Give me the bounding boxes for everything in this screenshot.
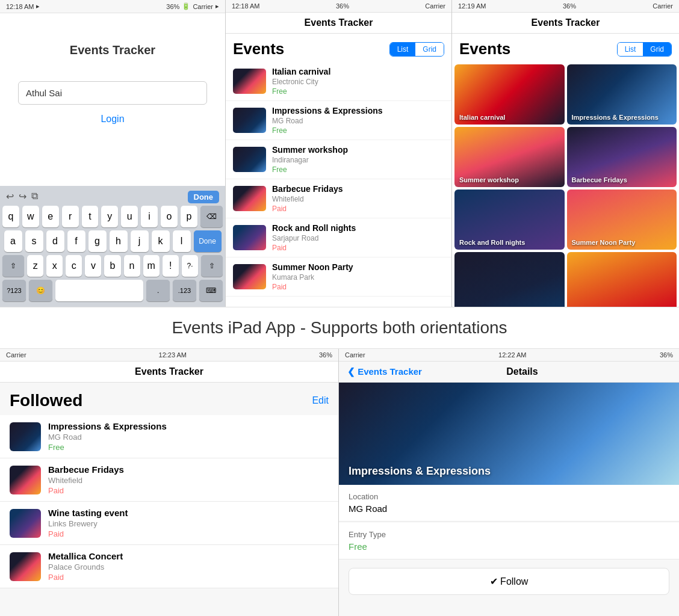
grid-cell-3[interactable]: Barbecue Fridays [567, 127, 677, 187]
followed-item-2[interactable]: Wine tasting event Links Brewery Paid [0, 502, 338, 545]
redo-icon[interactable]: ↪ [19, 191, 26, 203]
grid-cell-5[interactable]: Summer Noon Party [567, 189, 677, 250]
key-e[interactable]: e [42, 206, 59, 227]
followed-venue-1: Whitefield [48, 476, 329, 485]
grid-cell-label-5: Summer Noon Party [572, 239, 636, 246]
grid-cell-4[interactable]: Rock and Roll nights [454, 189, 565, 250]
key-i[interactable]: i [141, 206, 158, 227]
back-button[interactable]: ❮ Events Tracker [347, 366, 422, 377]
key-y[interactable]: y [101, 206, 118, 227]
key-numbers-right[interactable]: .123 [173, 280, 196, 301]
event-item-1[interactable]: Impressions & Expressions MG Road Free [226, 101, 451, 140]
key-q[interactable]: q [2, 206, 19, 227]
grid-cell-7[interactable] [567, 252, 677, 307]
event-name-3: Barbecue Fridays [272, 184, 444, 194]
key-b[interactable]: b [104, 255, 120, 277]
key-numbers[interactable]: ?123 [2, 280, 26, 301]
status-bar-bottom-left: Carrier 12:23 AM 36% [0, 349, 338, 362]
edit-button[interactable]: Edit [312, 395, 329, 406]
key-r[interactable]: r [62, 206, 79, 227]
key-k[interactable]: k [152, 230, 170, 252]
key-v[interactable]: v [85, 255, 101, 277]
key-x[interactable]: x [46, 255, 63, 277]
key-o[interactable]: o [161, 206, 178, 227]
event-info-1: Impressions & Expressions MG Road Free [272, 106, 444, 135]
key-h[interactable]: h [110, 230, 128, 252]
key-w[interactable]: w [22, 206, 39, 227]
event-thumb-4 [233, 225, 266, 250]
key-m[interactable]: m [143, 255, 160, 277]
details-nav-title: Details [506, 366, 538, 377]
grid-cell-1[interactable]: Impressions & Expressions [567, 64, 677, 125]
key-g[interactable]: g [88, 230, 107, 252]
key-return[interactable]: Done [194, 230, 222, 252]
key-shift-right[interactable]: ⇧ [201, 255, 223, 277]
login-app-title: Events Tracker [0, 43, 225, 57]
followed-venue-2: Links Brewery [48, 519, 329, 528]
undo-icon[interactable]: ↩ [6, 191, 14, 203]
location-row: Location MG Road [339, 485, 679, 522]
key-f[interactable]: f [67, 230, 85, 252]
follow-btn-container: ✔ Follow [339, 561, 679, 602]
grid-cell-0[interactable]: Italian carnival [454, 64, 565, 125]
key-a[interactable]: a [4, 230, 22, 252]
carrier-middle: Carrier [425, 2, 445, 10]
ipad-details: Carrier 12:22 AM 36% ❮ Events Tracker De… [339, 349, 679, 616]
time-left: 12:18 AM [6, 3, 34, 10]
ipad-login-screen: 12:18 AM ▸ 36% 🔋 Carrier ▸ Events Tracke… [0, 0, 226, 307]
followed-item-3[interactable]: Metallica Concert Palace Grounds Paid [0, 545, 338, 588]
grid-cell-label-2: Summer workshop [459, 176, 519, 183]
key-d[interactable]: d [46, 230, 64, 252]
grid-cell-2[interactable]: Summer workshop [454, 127, 565, 187]
grid-cell-label-3: Barbecue Fridays [572, 176, 627, 183]
list-view-button-grid[interactable]: List [618, 43, 643, 56]
details-hero-label: Impressions & Expressions [349, 465, 491, 478]
keyboard-done-button[interactable]: Done [188, 191, 220, 203]
event-venue-3: Whitefield [272, 195, 444, 203]
keyboard-row-2: a s d f g h j k l Done [2, 230, 223, 252]
followed-thumb-3 [10, 552, 41, 581]
key-backspace[interactable]: ⌫ [200, 206, 223, 227]
followed-item-0[interactable]: Impressions & Expressions MG Road Free [0, 415, 338, 458]
grid-view-button[interactable]: Grid [415, 43, 444, 56]
events-grid-container: Italian carnival Impressions & Expressio… [452, 62, 679, 307]
key-t[interactable]: t [82, 206, 99, 227]
key-z[interactable]: z [27, 255, 43, 277]
event-item-0[interactable]: Italian carnival Electronic City Free [226, 62, 451, 101]
event-thumb-1 [233, 108, 266, 133]
follow-button[interactable]: ✔ Follow [349, 568, 669, 595]
followed-item-1[interactable]: Barbecue Fridays Whitefield Paid [0, 458, 338, 502]
key-p[interactable]: p [181, 206, 197, 227]
key-l[interactable]: l [173, 230, 191, 252]
key-keyboard[interactable]: ⌨ [199, 280, 223, 301]
list-view-button[interactable]: List [390, 43, 416, 56]
carrier-right: Carrier [653, 2, 673, 10]
key-period[interactable]: . [146, 280, 170, 301]
key-u[interactable]: u [121, 206, 138, 227]
key-exclaim[interactable]: ! [163, 255, 179, 277]
entry-value: Free [349, 541, 669, 552]
event-item-2[interactable]: Summer workshop Indiranagar Free [226, 140, 451, 179]
key-space[interactable] [55, 280, 143, 301]
grid-cell-6[interactable] [454, 252, 565, 307]
key-s[interactable]: s [25, 230, 43, 252]
key-question[interactable]: ?- [182, 255, 198, 277]
grid-view-button-grid[interactable]: Grid [643, 43, 671, 56]
event-price-4: Paid [272, 244, 444, 252]
key-c[interactable]: c [66, 255, 82, 277]
event-item-4[interactable]: Rock and Roll nights Sarjapur Road Paid [226, 218, 451, 257]
login-button[interactable]: Login [101, 114, 124, 125]
key-shift[interactable]: ⇧ [2, 255, 24, 277]
ipad-events-list: 12:18 AM 36% Carrier Events Tracker Even… [226, 0, 452, 307]
event-item-3[interactable]: Barbecue Fridays Whitefield Paid [226, 179, 451, 218]
key-j[interactable]: j [131, 230, 149, 252]
event-venue-4: Sarjapur Road [272, 234, 444, 242]
paste-icon[interactable]: ⧉ [31, 191, 38, 203]
events-grid-nav: Events Tracker [452, 13, 679, 34]
key-emoji[interactable]: 😊 [29, 280, 52, 301]
event-item-5[interactable]: Summer Noon Party Kumara Park Paid [226, 257, 451, 297]
username-input[interactable] [18, 81, 207, 105]
key-n[interactable]: n [124, 255, 140, 277]
details-hero: Impressions & Expressions [339, 383, 679, 485]
event-thumb-2 [233, 147, 266, 172]
